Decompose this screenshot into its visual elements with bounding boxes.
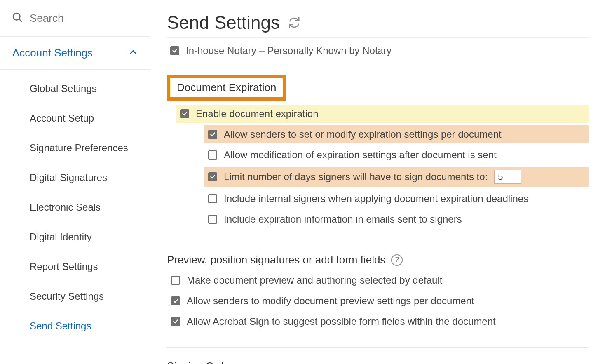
account-settings-toggle[interactable]: Account Settings xyxy=(0,37,150,70)
option-label: Enable document expiration xyxy=(196,108,319,120)
inhouse-notary-option[interactable]: In-house Notary – Personally Known by No… xyxy=(167,37,589,61)
checkbox-icon xyxy=(208,215,217,224)
search-placeholder: Search xyxy=(30,12,63,25)
signing-order-heading: Signing Order xyxy=(167,360,589,364)
checkbox-icon xyxy=(208,130,217,139)
option-label: Allow senders to modify document preview… xyxy=(187,295,474,307)
sidebar-item-send-settings[interactable]: Send Settings xyxy=(0,311,150,341)
allow-after-send-option[interactable]: Allow modification of expiration setting… xyxy=(204,146,589,164)
nav-label: Global Settings xyxy=(30,83,97,94)
include-email-info-option[interactable]: Include expiration information in emails… xyxy=(204,210,589,228)
option-label: In-house Notary – Personally Known by No… xyxy=(186,45,392,56)
sidebar-nav: Global Settings Account Setup Signature … xyxy=(0,70,150,348)
preview-heading: Preview, position signatures or add form… xyxy=(167,254,589,266)
document-expiration-heading: Document Expiration xyxy=(167,75,286,101)
page-title: Send Settings xyxy=(167,12,589,33)
main-content: Send Settings In-house Notary – Personal… xyxy=(150,0,605,364)
sidebar-item-report-settings[interactable]: Report Settings xyxy=(0,252,150,282)
sidebar-item-security-settings[interactable]: Security Settings xyxy=(0,282,150,311)
sidebar-item-digital-identity[interactable]: Digital Identity xyxy=(0,222,150,252)
nav-label: Account Setup xyxy=(30,113,94,124)
option-label: Allow Acrobat Sign to suggest possible f… xyxy=(187,316,496,327)
checkbox-icon xyxy=(208,172,217,181)
option-label: Include expiration information in emails… xyxy=(224,214,462,225)
nav-label: Digital Signatures xyxy=(30,172,107,183)
option-label: Include internal signers when applying d… xyxy=(224,193,528,204)
checkbox-icon xyxy=(208,150,217,160)
svg-line-1 xyxy=(19,19,21,21)
sidebar-item-signature-preferences[interactable]: Signature Preferences xyxy=(0,133,150,163)
nav-label: Report Settings xyxy=(30,261,98,272)
limit-days-option[interactable]: Limit number of days signers will have t… xyxy=(204,167,589,187)
account-settings-label: Account Settings xyxy=(12,47,93,59)
page-title-text: Send Settings xyxy=(167,12,280,33)
enable-document-expiration-option[interactable]: Enable document expiration xyxy=(176,105,589,123)
limit-days-input[interactable] xyxy=(494,170,521,184)
allow-per-document-option[interactable]: Allow senders to set or modify expiratio… xyxy=(204,125,589,143)
checkbox-icon xyxy=(171,296,180,305)
include-internal-signers-option[interactable]: Include internal signers when applying d… xyxy=(204,190,589,208)
nav-label: Electronic Seals xyxy=(30,202,101,213)
nav-label: Security Settings xyxy=(30,291,104,302)
option-label: Limit number of days signers will have t… xyxy=(224,171,488,183)
allow-modify-preview-option[interactable]: Allow senders to modify document preview… xyxy=(167,292,589,310)
checkbox-icon xyxy=(171,317,180,326)
nav-label: Signature Preferences xyxy=(30,142,128,153)
option-label: Make document preview and authoring sele… xyxy=(187,275,442,286)
option-label: Allow senders to set or modify expiratio… xyxy=(224,129,502,140)
section-divider xyxy=(167,245,589,245)
checkbox-icon xyxy=(208,194,217,203)
sidebar-item-electronic-seals[interactable]: Electronic Seals xyxy=(0,193,150,222)
sidebar-item-global-settings[interactable]: Global Settings xyxy=(0,74,150,103)
heading-text: Preview, position signatures or add form… xyxy=(167,254,385,266)
preview-section: Preview, position signatures or add form… xyxy=(167,254,589,331)
sidebar-item-digital-signatures[interactable]: Digital Signatures xyxy=(0,163,150,193)
sidebar-item-account-setup[interactable]: Account Setup xyxy=(0,103,150,133)
refresh-icon[interactable] xyxy=(288,12,300,33)
checkbox-icon xyxy=(171,276,180,285)
search-input[interactable]: Search xyxy=(0,0,150,37)
option-label: Allow modification of expiration setting… xyxy=(224,149,497,161)
checkbox-icon xyxy=(170,46,179,55)
sidebar: Search Account Settings Global Settings … xyxy=(0,0,150,364)
nav-label: Digital Identity xyxy=(30,231,92,242)
nav-label: Send Settings xyxy=(30,320,91,331)
chevron-up-icon xyxy=(129,48,138,59)
app-root: Search Account Settings Global Settings … xyxy=(0,0,605,364)
checkbox-icon xyxy=(180,109,189,118)
section-divider xyxy=(167,347,589,348)
help-icon[interactable]: ? xyxy=(391,254,403,266)
search-icon xyxy=(12,12,23,25)
document-expiration-section: Document Expiration Enable document expi… xyxy=(167,75,589,228)
suggest-fields-option[interactable]: Allow Acrobat Sign to suggest possible f… xyxy=(167,312,589,331)
make-default-option[interactable]: Make document preview and authoring sele… xyxy=(167,271,589,289)
